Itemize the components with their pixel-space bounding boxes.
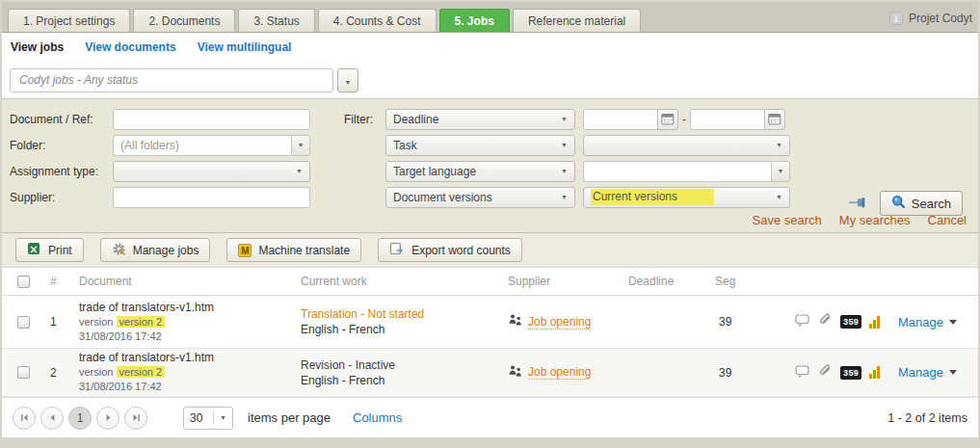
saved-search-row: ▼ xyxy=(2,62,978,98)
project-title: Projet Codyt xyxy=(909,12,972,25)
subnav-view-multilingual[interactable]: View multilingual xyxy=(198,40,292,54)
assignment-type-select[interactable]: ▼ xyxy=(113,161,310,182)
manage-menu[interactable]: Manage xyxy=(893,315,978,329)
tab-status[interactable]: 3. Status xyxy=(238,9,314,32)
subnav-view-jobs[interactable]: View jobs xyxy=(11,40,64,54)
job-opening-link[interactable]: Job opening xyxy=(528,315,591,329)
chevron-down-icon: ▼ xyxy=(561,142,568,148)
header-supplier: Supplier xyxy=(503,275,623,288)
info-icon[interactable]: i xyxy=(889,12,903,25)
tab-project-settings[interactable]: 1. Project settings xyxy=(8,9,130,32)
version-highlight: version 2 xyxy=(117,366,166,378)
select-all-checkbox[interactable] xyxy=(17,276,30,288)
chevron-down-icon: ▼ xyxy=(776,142,782,148)
machine-translate-button[interactable]: M Machine translate xyxy=(226,238,361,262)
table-row: 1 trade of translators-v1.htm version ve… xyxy=(2,296,978,349)
manage-jobs-button[interactable]: Manage jobs xyxy=(100,238,211,262)
folder-label: Folder: xyxy=(10,139,113,152)
statistics-icon[interactable] xyxy=(869,366,880,379)
target-language-dropdown-button[interactable]: ▼ xyxy=(771,161,790,182)
filter-target-language-value: Target language xyxy=(393,165,476,178)
filter-type-select-target-language[interactable]: Target language ▼ xyxy=(385,161,575,182)
attachment-icon[interactable] xyxy=(818,364,833,382)
chevron-down-icon: ▼ xyxy=(776,194,782,200)
tab-jobs[interactable]: 5. Jobs xyxy=(439,9,510,32)
subnav-view-documents[interactable]: View documents xyxy=(85,40,175,54)
next-page-button[interactable] xyxy=(96,407,119,430)
jobs-toolbar: Print Manage jobs M Machine translate Ex… xyxy=(2,233,978,268)
chevron-down-icon: ▼ xyxy=(561,116,568,122)
segment-count: 39 xyxy=(710,366,751,380)
save-search-link[interactable]: Save search xyxy=(753,213,822,227)
page-1-button[interactable]: 1 xyxy=(68,407,92,430)
document-ref-input[interactable] xyxy=(113,109,310,130)
saved-search-dropdown-button[interactable]: ▼ xyxy=(337,68,358,92)
filter-type-select-task[interactable]: Task ▼ xyxy=(385,135,575,156)
task-value-select[interactable]: ▼ xyxy=(583,135,790,156)
word-count-badge[interactable]: 359 xyxy=(840,366,861,380)
row-number: 1 xyxy=(45,315,74,329)
columns-link[interactable]: Columns xyxy=(353,410,402,425)
header-num: # xyxy=(45,275,74,288)
page-size-select[interactable]: 30 ▼ xyxy=(183,407,233,430)
folder-dropdown-button[interactable]: ▼ xyxy=(291,135,310,156)
filter-panel: Document / Ref: Filter: Deadline ▼ - xyxy=(2,98,978,233)
document-name: trade of translators-v1.htm xyxy=(79,301,296,315)
assignment-type-label: Assignment type: xyxy=(10,165,113,178)
last-page-button[interactable] xyxy=(124,407,147,430)
work-status: Revision - Inactive xyxy=(301,357,503,373)
language-pair: English - French xyxy=(301,373,503,388)
folder-input[interactable] xyxy=(113,135,291,156)
comment-icon[interactable] xyxy=(795,314,810,329)
project-badge: i Projet Codyt xyxy=(889,12,972,32)
deadline-from-input[interactable] xyxy=(583,109,658,130)
manage-menu[interactable]: Manage xyxy=(893,365,978,380)
target-language-input[interactable] xyxy=(583,161,771,182)
items-per-page-label: items per page xyxy=(248,410,331,425)
job-opening-link[interactable]: Job opening xyxy=(528,365,591,380)
cancel-link[interactable]: Cancel xyxy=(928,213,967,227)
previous-page-button[interactable] xyxy=(40,407,64,430)
export-word-counts-button[interactable]: Export word counts xyxy=(378,238,522,262)
calendar-icon[interactable] xyxy=(657,109,678,130)
version-prefix: version xyxy=(79,316,113,328)
chevron-down-icon: ▼ xyxy=(345,79,352,86)
export-icon xyxy=(389,242,405,258)
attachment-icon[interactable] xyxy=(818,313,833,330)
deadline-to-input[interactable] xyxy=(690,109,765,130)
tab-counts-cost[interactable]: 4. Counts & Cost xyxy=(318,9,437,32)
print-button[interactable]: Print xyxy=(15,238,84,262)
print-label: Print xyxy=(48,244,72,257)
tab-documents[interactable]: 2. Documents xyxy=(133,9,235,32)
manage-jobs-label: Manage jobs xyxy=(133,244,199,257)
row-checkbox[interactable] xyxy=(17,366,30,379)
first-page-button[interactable] xyxy=(13,407,36,430)
print-icon xyxy=(27,242,41,258)
version-highlight: version 2 xyxy=(117,316,166,328)
current-versions-highlight: Current versions xyxy=(591,189,714,205)
word-count-badge[interactable]: 359 xyxy=(840,315,861,329)
supplier-input[interactable] xyxy=(113,187,310,208)
gear-icon xyxy=(112,242,126,259)
filter-type-select-deadline[interactable]: Deadline ▼ xyxy=(385,109,575,130)
calendar-icon[interactable] xyxy=(764,109,785,130)
pin-icon[interactable] xyxy=(847,196,868,212)
chevron-down-icon xyxy=(949,320,957,325)
header-document: Document xyxy=(74,275,296,288)
filter-type-select-document-versions[interactable]: Document versions ▼ xyxy=(385,187,575,208)
row-checkbox[interactable] xyxy=(17,316,30,329)
view-subnav: View jobs View documents View multilingu… xyxy=(2,33,978,62)
document-versions-value-select[interactable]: Current versions ▼ xyxy=(583,187,790,208)
my-searches-link[interactable]: My searches xyxy=(839,213,911,227)
chevron-down-icon: ▼ xyxy=(561,194,568,200)
filter-document-versions-value: Document versions xyxy=(393,191,492,204)
tab-reference-material[interactable]: Reference material xyxy=(513,9,641,32)
filter-label: Filter: xyxy=(344,113,385,126)
search-button-label: Search xyxy=(912,197,951,211)
saved-search-input[interactable] xyxy=(10,68,333,92)
document-modified-date: 31/08/2016 17:42 xyxy=(79,380,296,394)
comment-icon[interactable] xyxy=(795,365,810,381)
statistics-icon[interactable] xyxy=(869,316,880,329)
document-ref-label: Document / Ref: xyxy=(10,113,113,126)
supplier-label: Supplier: xyxy=(10,191,113,204)
